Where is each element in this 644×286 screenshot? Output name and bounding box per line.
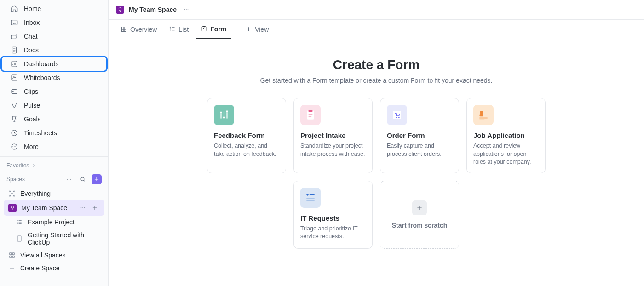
svg-point-49 [306,194,308,195]
svg-point-44 [398,117,400,118]
more-icon [10,143,18,151]
view-tabs: OverviewListForm View [109,20,644,39]
header-space-icon [116,6,124,14]
tree-item[interactable]: Example Project [4,216,104,229]
tree-item[interactable]: Getting Started with ClickUp [4,229,104,249]
sidebar-item-dashboards[interactable]: Dashboards [2,57,106,71]
svg-rect-40 [309,114,313,115]
template-title: Project Intake [300,132,366,139]
template-desc: Standardize your project intake process … [300,142,366,158]
tab-separator [236,25,236,34]
favorites-label: Favorites [6,162,29,169]
sidebar-item-goals[interactable]: Goals [2,112,106,126]
tab-overview[interactable]: Overview [116,20,161,39]
template-card-intake[interactable]: Project IntakeStandardize your project i… [293,98,373,173]
nav-item-label: Clips [24,88,38,95]
plus-icon [412,200,427,215]
space-add-button[interactable] [90,203,100,213]
sidebar-item-everything[interactable]: Everything [4,187,104,200]
template-thumb-icon [214,105,234,125]
start-from-scratch-card[interactable]: Start from scratch [380,181,459,249]
whiteboards-icon [10,74,18,82]
svg-rect-34 [226,113,227,119]
sidebar-item-docs[interactable]: Docs [2,43,106,57]
grid-icon [8,252,16,259]
sidebar-item-clips[interactable]: Clips [2,85,106,98]
spaces-search-button[interactable] [78,174,88,184]
sidebar-item-more[interactable]: More [2,140,106,154]
sidebar-divider [0,156,108,157]
svg-rect-32 [220,114,221,119]
tab-label: Form [210,25,226,33]
nav-item-label: Goals [24,115,41,123]
nav-item-label: Pulse [24,102,40,109]
sidebar-item-create-space[interactable]: Create Space [4,262,104,275]
plus-icon [8,264,16,272]
template-title: Feedback Form [214,132,279,139]
view-all-spaces-label: View all Spaces [20,252,100,259]
svg-point-43 [396,117,397,118]
svg-rect-39 [309,110,313,112]
template-card-job[interactable]: Job ApplicationAccept and review applica… [466,98,546,173]
nav-item-label: Chat [24,33,38,40]
template-cards: Feedback FormCollect, analyze, and take … [197,98,556,249]
template-desc: Collect, analyze, and take action on fee… [214,142,279,158]
scratch-label: Start from scratch [392,222,448,229]
spaces-section: Spaces [0,172,108,187]
svg-point-35 [220,111,222,113]
doc-icon [16,235,23,242]
nav-item-label: Inbox [24,19,40,26]
spaces-label: Spaces [6,176,25,183]
sidebar-item-inbox[interactable]: Inbox [2,16,106,29]
sidebar-item-chat[interactable]: Chat [2,29,106,43]
svg-point-36 [223,116,225,118]
template-title: IT Requests [300,214,366,222]
sidebar-item-view-all-spaces[interactable]: View all Spaces [4,249,104,262]
svg-point-45 [480,111,483,114]
page-header: My Team Space [109,0,644,20]
sidebar-item-home[interactable]: Home [2,2,106,16]
nav-item-label: Dashboards [24,60,59,68]
svg-rect-50 [310,194,315,195]
sidebar-item-timesheets[interactable]: Timesheets [2,126,106,140]
template-card-feedback[interactable]: Feedback FormCollect, analyze, and take … [207,98,286,173]
add-view-button[interactable]: View [241,20,273,39]
hero: Create a Form Get started with a Form te… [188,57,565,84]
clips-icon [10,87,18,96]
tab-label: Overview [130,26,157,33]
sidebar-item-whiteboards[interactable]: Whiteboards [2,71,106,85]
space-name: My Team Space [21,204,73,212]
template-desc: Accept and review applications for open … [473,142,539,166]
template-thumb-icon [473,105,494,125]
page-title: My Team Space [129,6,177,13]
header-more-button[interactable] [181,5,191,15]
tab-form[interactable]: Form [196,20,231,39]
template-desc: Easily capture and process client orders… [387,142,452,158]
home-icon [10,5,18,13]
plus-icon [245,26,252,33]
tab-list[interactable]: List [164,20,193,39]
sidebar-item-my-team-space[interactable]: My Team Space [4,200,104,216]
space-more-button[interactable] [78,203,88,213]
svg-rect-48 [479,120,484,120]
svg-rect-47 [479,117,487,118]
form-icon [201,25,207,32]
svg-rect-41 [309,116,312,117]
nav-item-label: Whiteboards [24,74,60,81]
template-card-order[interactable]: Order FormEasily capture and process cli… [380,98,459,173]
template-desc: Triage and prioritize IT service request… [300,225,366,241]
hub-icon [8,190,16,197]
template-card-it[interactable]: IT RequestsTriage and prioritize IT serv… [293,181,373,249]
tree-item-label: Example Project [28,218,100,226]
favorites-section[interactable]: Favorites [0,160,108,172]
space-icon [8,204,17,212]
nav-item-label: Timesheets [24,129,57,137]
template-thumb-icon [387,105,407,125]
pulse-icon [10,101,18,109]
sidebar-item-pulse[interactable]: Pulse [2,98,106,112]
template-title: Order Form [387,132,452,139]
hero-title: Create a Form [188,57,565,72]
spaces-add-button[interactable] [92,174,102,184]
hero-subtitle: Get started with a Form template or crea… [188,77,565,84]
spaces-more-button[interactable] [64,174,74,184]
